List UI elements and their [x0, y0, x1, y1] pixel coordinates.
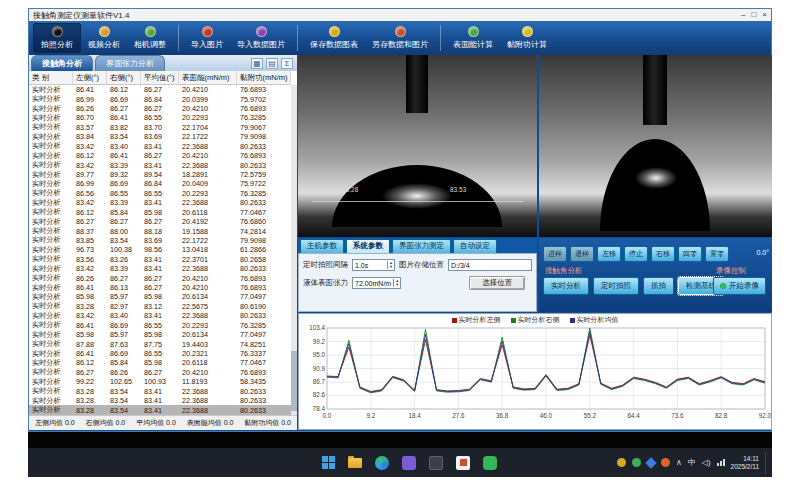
toolbar-button-视频分析[interactable]: 视频分析	[81, 23, 127, 53]
table-row[interactable]: 实时分析88.3788.0088.1819.158874.2814	[29, 226, 291, 235]
tab-主机参数[interactable]: 主机参数	[300, 239, 344, 253]
taskbar-icon-slot[interactable]	[320, 455, 336, 471]
table-row[interactable]: 实时分析83.5683.2683.4122.370180.2658	[29, 255, 291, 264]
table-row[interactable]: 实时分析83.4283.4083.4122.368880.2633	[29, 142, 291, 151]
motion-button-置零[interactable]: 置零	[705, 246, 729, 262]
table-row[interactable]: 实时分析83.8483.5483.6922.172279.9098	[29, 132, 291, 141]
table-row[interactable]: 实时分析83.2882.9783.1222.567580.6190	[29, 302, 291, 311]
table-row[interactable]: 实时分析87.8887.6387.7519.440374.8251	[29, 339, 291, 348]
choose-location-button[interactable]: 选择位置	[469, 276, 525, 290]
network-icon[interactable]	[717, 459, 725, 466]
tab-接触角分析[interactable]: 接触角分析	[31, 55, 93, 71]
table-row[interactable]: 实时分析86.1285.8485.9820.611877.0467	[29, 207, 291, 216]
table-row[interactable]: 实时分析86.7086.4186.5520.229376.3285	[29, 113, 291, 122]
tray-app-blue-icon[interactable]	[645, 457, 656, 468]
table-row[interactable]: 实时分析83.4283.3983.4122.368880.2633	[29, 198, 291, 207]
toolbar-button-相机调整[interactable]: 相机调整	[127, 23, 173, 53]
table-scrollbar[interactable]	[291, 85, 297, 415]
taskbar-icon-slot[interactable]	[374, 455, 390, 471]
app-purple-icon[interactable]	[402, 456, 416, 470]
taskbar-clock[interactable]: 14:11 2025/2/11	[731, 455, 759, 471]
tray-app-orange-icon[interactable]	[661, 458, 670, 467]
tray-app-yellow-icon[interactable]	[617, 458, 626, 467]
sum-icon[interactable]: Σ	[281, 58, 293, 69]
table-row[interactable]: 实时分析86.4186.6986.5520.229376.3285	[29, 321, 291, 330]
taskbar-icon-slot[interactable]	[401, 455, 417, 471]
edge-icon[interactable]	[375, 456, 389, 470]
start-record-button[interactable]: 开始录像	[713, 277, 766, 295]
table-row[interactable]: 实时分析83.4283.3983.4122.368880.2633	[29, 264, 291, 273]
toolbar-button-拍照分析[interactable]: 拍照分析	[33, 23, 81, 53]
volume-icon[interactable]: ◁)	[702, 458, 711, 467]
chevron-up-icon[interactable]: ∧	[676, 458, 682, 467]
table-row[interactable]: 实时分析99.22102.65100.9311.819358.3435	[29, 377, 291, 386]
table-row[interactable]: 实时分析86.2786.2686.2720.421076.6893	[29, 368, 291, 377]
wechat-icon[interactable]	[483, 456, 497, 470]
table-row[interactable]: 实时分析86.9986.6986.8420.040975.9722	[29, 179, 291, 188]
table-row[interactable]: 实时分析86.1286.4186.2720.421076.6893	[29, 151, 291, 160]
table-row[interactable]: 实时分析86.9986.6986.8420.039975.9702	[29, 94, 291, 103]
tension-spinner[interactable]: 72.00mN/m ▲▼	[352, 277, 401, 289]
start-icon[interactable]	[322, 456, 335, 469]
motion-button-停止[interactable]: 停止	[624, 246, 648, 262]
maximize-button[interactable]: □	[751, 10, 756, 20]
table-row[interactable]: 实时分析86.4186.1286.2720.421076.6893	[29, 85, 291, 94]
table-row[interactable]: 实时分析86.4186.6986.5520.232176.3337	[29, 349, 291, 358]
table-row[interactable]: 实时分析83.2883.5483.4122.368880.2633	[29, 396, 291, 405]
ime-indicator[interactable]: 中	[688, 457, 696, 468]
table-row[interactable]: 实时分析86.4186.1386.2720.421076.6893	[29, 283, 291, 292]
tray-app-green-icon[interactable]	[632, 458, 641, 467]
app-dark-icon[interactable]	[429, 456, 443, 470]
toolbar-button-保存数据图表[interactable]: 保存数据图表	[303, 23, 365, 53]
analysis-button-定时拍照[interactable]: 定时拍照	[593, 277, 639, 295]
scrollbar-thumb[interactable]	[291, 351, 297, 411]
table-row[interactable]: 实时分析96.73100.3898.5613.041861.2866	[29, 245, 291, 254]
motion-button-左移[interactable]: 左移	[597, 246, 621, 262]
taskbar-icon-slot[interactable]	[347, 455, 363, 471]
interval-spinner[interactable]: 1.0s ▲▼	[352, 259, 395, 271]
tab-自动设定[interactable]: 自动设定	[453, 239, 497, 253]
close-button[interactable]: ×	[762, 10, 767, 20]
table-row[interactable]: 实时分析86.2686.2786.2720.421076.6893	[29, 104, 291, 113]
table-row[interactable]: 实时分析83.2883.5483.4122.368880.2633	[29, 405, 291, 414]
minimize-button[interactable]: –	[741, 10, 745, 20]
motion-button-右移[interactable]: 右移	[651, 246, 675, 262]
motion-button-退样[interactable]: 退样	[570, 246, 594, 262]
motion-button-进样[interactable]: 进样	[543, 246, 567, 262]
tab-系统参数[interactable]: 系统参数	[346, 239, 390, 253]
table-row[interactable]: 实时分析86.2786.2786.2720.419276.6860	[29, 217, 291, 226]
toolbar-button-黏附功计算[interactable]: 黏附功计算	[500, 23, 554, 53]
table-row[interactable]: 实时分析83.4283.3983.4122.368880.2633	[29, 160, 291, 169]
analysis-button-实时分析[interactable]: 实时分析	[543, 277, 589, 295]
table-cell: 83.41	[141, 255, 179, 264]
spinner-arrows-icon[interactable]: ▲▼	[387, 261, 394, 269]
table-row[interactable]: 实时分析83.8583.5483.6922.172279.9098	[29, 236, 291, 245]
motion-button-回零[interactable]: 回零	[678, 246, 702, 262]
folder-icon[interactable]	[348, 458, 362, 468]
taskbar-icon-slot[interactable]	[482, 455, 498, 471]
table-row[interactable]: 实时分析85.9885.9785.9820.613477.0497	[29, 330, 291, 339]
table-row[interactable]: 实时分析86.5686.5586.5520.229376.3285	[29, 189, 291, 198]
table-row[interactable]: 实时分析86.2686.2786.2720.421076.6893	[29, 273, 291, 282]
table-row[interactable]: 实时分析89.7789.3289.5418.289172.5759	[29, 170, 291, 179]
table-row[interactable]: 实时分析86.1285.8485.9820.611877.0467	[29, 358, 291, 367]
taskbar-icon-slot[interactable]	[455, 455, 471, 471]
notification-edge[interactable]	[765, 452, 768, 474]
analysis-button-抓拍[interactable]: 抓拍	[643, 277, 674, 295]
path-field[interactable]: D:/3/4	[448, 259, 532, 271]
table-row[interactable]: 实时分析85.9885.9785.9820.613477.0497	[29, 292, 291, 301]
tab-界面张力测定[interactable]: 界面张力测定	[392, 239, 451, 253]
toolbar-button-导入数据图片[interactable]: 导入数据图片	[230, 23, 292, 53]
tab-界面张力分析[interactable]: 界面张力分析	[95, 55, 165, 71]
column-view-icon[interactable]: ▤	[266, 58, 278, 69]
table-row[interactable]: 实时分析83.5783.8283.7022.170479.9067	[29, 123, 291, 132]
toolbar-button-导入图片[interactable]: 导入图片	[184, 23, 230, 53]
table-row[interactable]: 实时分析83.2883.5483.4122.368880.2633	[29, 387, 291, 396]
table-row[interactable]: 实时分析83.4283.4083.4122.368880.2633	[29, 311, 291, 320]
paint-app-icon[interactable]	[456, 456, 470, 470]
toolbar-button-表面能计算[interactable]: 表面能计算	[446, 23, 500, 53]
toolbar-button-另存数据和图片[interactable]: 另存数据和图片	[365, 23, 435, 53]
spinner-arrows-icon[interactable]: ▲▼	[393, 279, 400, 287]
taskbar-icon-slot[interactable]	[428, 455, 444, 471]
grid-view-icon[interactable]: ▦	[251, 58, 263, 69]
